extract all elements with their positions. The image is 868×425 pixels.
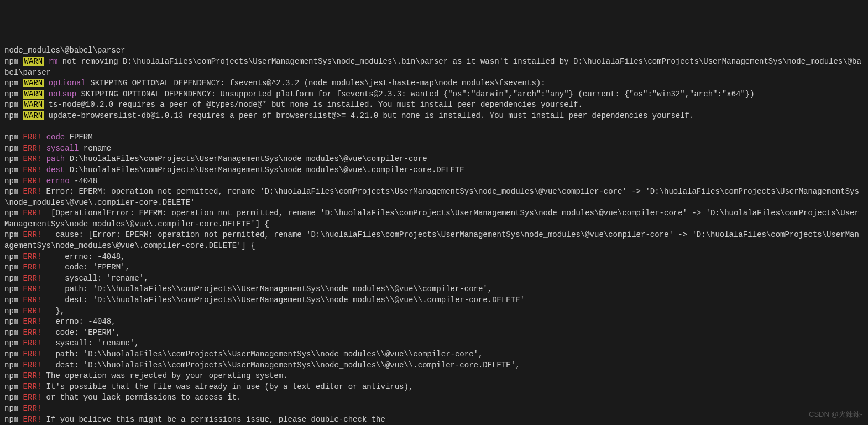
terminal-segment: The operation was rejected by your opera… — [41, 371, 287, 380]
terminal-segment: dest: 'D:\\huolalaFiles\\comProjects\\Us… — [41, 296, 525, 304]
terminal-segment: ERR! — [23, 307, 42, 315]
watermark: CSDN @火辣辣- — [809, 410, 862, 419]
terminal-segment: ERR! — [23, 209, 42, 217]
terminal-segment: errno: -4048, — [41, 252, 125, 261]
terminal-segment: EPERM — [65, 133, 92, 142]
terminal-segment: WARN — [23, 57, 44, 66]
terminal-segment — [44, 57, 48, 66]
terminal-segment: npm — [4, 350, 23, 359]
terminal-line: npm ERR! dest D:\huolalaFiles\comProject… — [4, 165, 864, 176]
terminal-segment: ERR! — [23, 361, 42, 370]
terminal-segment: WARN — [23, 79, 44, 87]
terminal-segment — [44, 79, 48, 87]
terminal-segment: npm — [4, 230, 23, 239]
terminal-segment: syscall: 'rename', — [41, 274, 148, 283]
terminal-segment: SKIPPING OPTIONAL DEPENDENCY: Unsupporte… — [76, 90, 755, 99]
terminal-segment: ERR! — [23, 382, 42, 391]
terminal-segment: npm — [4, 57, 23, 66]
terminal-line: node_modules\@babel\parser — [4, 45, 864, 56]
terminal-segment: npm — [4, 263, 23, 272]
terminal-segment: ERR! — [23, 133, 42, 142]
terminal-segment: It's possible that the file was already … — [41, 382, 413, 391]
terminal-segment: errno — [46, 177, 70, 185]
terminal-segment: syscall: 'rename', — [41, 339, 139, 348]
terminal-segment: npm — [4, 252, 23, 261]
terminal-line: npm ERR! path: 'D:\\huolalaFiles\\comPro… — [4, 349, 864, 360]
terminal-segment: notsup — [49, 90, 76, 99]
terminal-segment: ERR! — [23, 296, 42, 304]
terminal-line: npm ERR! It's possible that the file was… — [4, 382, 864, 393]
terminal-line: npm ERR! code: 'EPERM', — [4, 262, 864, 273]
terminal-segment: npm — [4, 209, 23, 217]
terminal-segment: ERR! — [23, 415, 42, 424]
terminal-segment: optional — [49, 79, 86, 87]
terminal-line: npm ERR! syscall: 'rename', — [4, 273, 864, 284]
terminal-segment: syscall — [46, 144, 79, 153]
terminal-segment: node_modules\@babel\parser — [4, 46, 125, 55]
terminal-line: npm ERR! syscall: 'rename', — [4, 338, 864, 349]
terminal-segment: or that you lack permissions to access i… — [41, 393, 241, 402]
terminal-segment: npm — [4, 177, 23, 185]
terminal-segment: npm — [4, 393, 23, 402]
terminal-segment: path: 'D:\\huolalaFiles\\comProjects\\Us… — [41, 350, 483, 359]
terminal-segment: npm — [4, 90, 23, 99]
terminal-segment: ERR! — [23, 371, 42, 380]
terminal-segment — [44, 90, 48, 99]
terminal-line: npm ERR! [OperationalError: EPERM: opera… — [4, 208, 864, 230]
terminal-segment: SKIPPING OPTIONAL DEPENDENCY: fsevents@^… — [86, 79, 546, 87]
terminal-line: npm ERR! If you believe this might be a … — [4, 414, 864, 425]
terminal-segment — [41, 177, 46, 185]
terminal-output[interactable]: node_modules\@babel\parsernpm WARN rm no… — [4, 45, 864, 425]
terminal-line: npm ERR! errno: -4048, — [4, 252, 864, 263]
terminal-line: npm WARN update-browserslist-db@1.0.13 r… — [4, 111, 864, 122]
terminal-segment: ERR! — [23, 393, 42, 402]
terminal-segment: WARN — [23, 100, 44, 109]
terminal-segment — [41, 165, 46, 174]
terminal-segment: dest: 'D:\\huolalaFiles\\comProjects\\Us… — [41, 361, 520, 370]
terminal-segment: npm — [4, 328, 23, 337]
terminal-segment: npm — [4, 307, 23, 315]
terminal-segment: npm — [4, 339, 23, 348]
terminal-segment: }, — [41, 307, 65, 315]
terminal-segment: ERR! — [23, 339, 42, 348]
terminal-segment: WARN — [23, 90, 44, 99]
terminal-line: npm ERR! }, — [4, 306, 864, 317]
terminal-segment: cause: [Error: EPERM: operation not perm… — [4, 230, 859, 250]
terminal-segment: errno: -4048, — [41, 317, 116, 326]
terminal-segment: -4048 — [70, 177, 97, 185]
terminal-segment: ERR! — [23, 263, 42, 272]
terminal-segment: not removing D:\huolalaFiles\comProjects… — [4, 57, 861, 77]
terminal-line: npm ERR! dest: 'D:\\huolalaFiles\\comPro… — [4, 360, 864, 371]
terminal-segment: If you believe this might be a permissio… — [41, 415, 385, 424]
terminal-line: npm WARN optional SKIPPING OPTIONAL DEPE… — [4, 78, 864, 89]
terminal-segment: npm — [4, 165, 23, 174]
terminal-line: npm ERR! or that you lack permissions to… — [4, 392, 864, 403]
terminal-segment: dest — [46, 165, 65, 174]
terminal-line: npm ERR! cause: [Error: EPERM: operation… — [4, 230, 864, 251]
terminal-segment: WARN — [23, 111, 44, 120]
terminal-line: npm WARN ts-node@10.2.0 requires a peer … — [4, 100, 864, 111]
terminal-segment: ERR! — [23, 274, 42, 283]
terminal-segment: Error: EPERM: operation not permitted, r… — [4, 187, 859, 207]
terminal-line: npm ERR! syscall rename — [4, 143, 864, 154]
terminal-segment: ERR! — [23, 317, 42, 326]
terminal-line: npm ERR! path D:\huolalaFiles\comProject… — [4, 154, 864, 165]
terminal-segment: ERR! — [23, 177, 42, 185]
terminal-segment: code — [46, 133, 65, 142]
terminal-segment: code: 'EPERM', — [41, 263, 130, 272]
terminal-segment: path: 'D:\\huolalaFiles\\comProjects\\Us… — [41, 284, 492, 293]
terminal-line — [4, 122, 864, 133]
terminal-line: npm ERR! path: 'D:\\huolalaFiles\\comPro… — [4, 284, 864, 295]
terminal-segment: D:\huolalaFiles\comProjects\UserManageme… — [65, 165, 464, 174]
terminal-segment: update-browserslist-db@1.0.13 requires a… — [44, 111, 694, 120]
terminal-segment: npm — [4, 371, 23, 380]
terminal-segment: npm — [4, 317, 23, 326]
terminal-segment: ERR! — [23, 404, 42, 413]
terminal-segment: ERR! — [23, 187, 42, 196]
terminal-segment: ERR! — [23, 284, 42, 293]
terminal-segment: ts-node@10.2.0 requires a peer of @types… — [44, 100, 583, 109]
terminal-segment: npm — [4, 404, 23, 413]
terminal-segment: npm — [4, 144, 23, 153]
terminal-segment: rename — [79, 144, 111, 153]
terminal-segment: ERR! — [23, 165, 42, 174]
